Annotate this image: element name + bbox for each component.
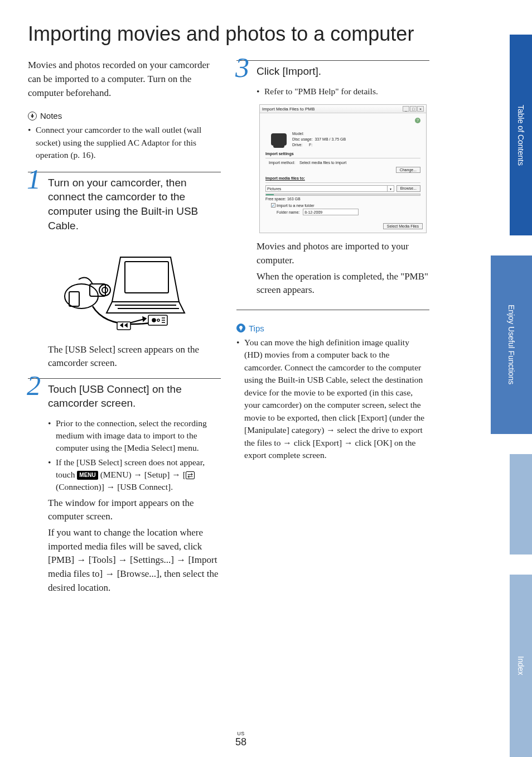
drive-label: Drive: <box>292 143 302 147</box>
svg-rect-15 <box>117 322 130 330</box>
tab-enjoy-useful-functions[interactable]: Enjoy Useful Functions <box>491 255 532 434</box>
step-3-number: 3 <box>235 54 249 81</box>
select-media-files-button[interactable]: Select Media Files <box>383 223 423 229</box>
page-footer: US 58 <box>0 731 482 748</box>
import-to-label: Import media files to: <box>265 176 420 180</box>
tab-index[interactable]: Index <box>510 575 532 757</box>
step-1-title: Turn on your camcorder, then connect the… <box>48 176 221 233</box>
step-2-b2-post: (Connection)] → [USB Connect]. <box>56 482 173 491</box>
step-3: 3 Click [Import]. Refer to "PMB Help" fo… <box>236 60 429 310</box>
svg-point-9 <box>152 319 156 322</box>
window-buttons: _□× <box>402 106 424 112</box>
step-2: 2 Touch [USB Connect] on the camcorder s… <box>28 378 221 595</box>
page-number: 58 <box>235 736 246 748</box>
step-3-title: Click [Import]. <box>257 64 429 79</box>
page-region: US <box>0 731 482 736</box>
notes-item: Connect your camcorder to the wall outle… <box>28 124 221 161</box>
notes-list: Connect your camcorder to the wall outle… <box>28 124 221 161</box>
step-2-after-1: The window for import appears on the com… <box>48 496 221 524</box>
step-2-bullet-1: Prior to the connection, select the reco… <box>48 417 221 454</box>
tab-table-of-contents[interactable]: Table of Contents <box>510 35 532 235</box>
import-method-value: Select media files to import <box>299 161 346 165</box>
step-2-title: Touch [USB Connect] on the camcorder scr… <box>48 382 221 411</box>
disc-label: Disc usage: <box>292 137 313 141</box>
browse-button[interactable]: Browse... <box>396 185 420 192</box>
step-2-after-2: If you want to change the location where… <box>48 526 221 595</box>
import-dialog-screenshot: Import Media Files to PMB _□× ? Model: D… <box>259 104 427 233</box>
device-info: Model: Disc usage: 337 MB / 3.75 GB Driv… <box>292 131 346 147</box>
step-2-bullet-2: If the [USB Select] screen does not appe… <box>48 456 221 493</box>
intro-text: Movies and photos recorded on your camco… <box>28 59 221 100</box>
notes-heading: Notes <box>28 111 221 120</box>
pictures-field[interactable]: Pictures <box>265 185 388 192</box>
tips-item: You can move the high definition image q… <box>236 336 429 462</box>
help-icon: ? <box>415 118 420 123</box>
step-3-after-a: Movies and photos are imported to your c… <box>257 240 429 267</box>
disc-value: 337 MB / 3.75 GB <box>315 137 346 141</box>
model-label: Model: <box>292 131 346 137</box>
svg-point-10 <box>157 319 159 321</box>
step-3-after-b: When the operation is completed, the "PM… <box>257 270 429 297</box>
dropdown-arrow-icon[interactable]: ▾ <box>388 185 394 192</box>
step-2-number: 2 <box>27 372 41 399</box>
step-1-caption: The [USB Select] screen appears on the c… <box>48 343 221 370</box>
notes-label: Notes <box>40 111 62 120</box>
step-1: 1 Turn on your camcorder, then connect t… <box>28 172 221 370</box>
folder-name-label: Folder name: <box>277 210 299 214</box>
free-space: Free space: 163 GB <box>265 197 420 201</box>
step-2-b2-mid: (MENU) → [Setup] → [ <box>100 470 186 479</box>
notes-icon <box>28 112 37 120</box>
tips-icon <box>236 324 245 332</box>
connection-icon: ⇄ <box>186 471 195 479</box>
svg-marker-14 <box>143 317 146 321</box>
tab-spacer: . <box>510 454 532 555</box>
folder-name-field[interactable]: 8-12-2009 <box>303 209 359 215</box>
device-icon <box>271 133 287 146</box>
camcorder-laptop-illustration <box>59 240 187 335</box>
svg-rect-0 <box>125 262 168 293</box>
step-1-number: 1 <box>27 165 41 193</box>
import-new-folder-label: Import to a new folder <box>277 204 315 208</box>
tips-heading: Tips <box>236 324 429 333</box>
change-button[interactable]: Change... <box>396 167 420 173</box>
step-3-bullet: Refer to "PMB Help" for details. <box>257 85 429 98</box>
page-title: Importing movies and photos to a compute… <box>28 22 429 45</box>
tips-label: Tips <box>249 324 264 333</box>
checkbox-icon[interactable]: ✓ <box>271 203 275 208</box>
tips-list: You can move the high definition image q… <box>236 336 429 462</box>
svg-rect-7 <box>69 292 79 306</box>
dialog-title: Import Media Files to PMB <box>262 107 315 112</box>
menu-button-icon: MENU <box>77 471 98 480</box>
side-tabs: Table of Contents Enjoy Useful Functions… <box>487 35 532 757</box>
import-method-label: Import method: <box>269 161 295 165</box>
drive-value: F: <box>309 143 312 147</box>
import-settings-label: Import settings <box>265 152 420 156</box>
